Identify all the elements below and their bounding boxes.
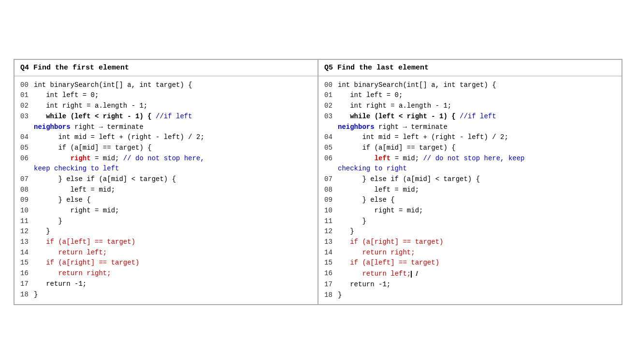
- code-token: [34, 238, 46, 246]
- code-token: if (a[right] == target): [350, 238, 443, 246]
- code-token: int binarySearch(int[] a, int target) {: [338, 81, 496, 89]
- code-token: right: [375, 123, 403, 131]
- code-token: int binarySearch(int[] a, int target) {: [34, 81, 192, 89]
- code-token: [338, 238, 350, 246]
- code-line: 09 } else {: [324, 195, 616, 206]
- line-number: 00: [324, 80, 338, 91]
- panel-q5: Q5 Find the last element00int binarySear…: [318, 59, 622, 305]
- code-token: [338, 249, 362, 256]
- line-number: 18: [324, 290, 338, 301]
- code-token: int mid = left + (right - left) / 2;: [34, 133, 204, 141]
- code-token: [34, 259, 46, 266]
- line-number: 12: [324, 226, 338, 237]
- line-number: 06: [324, 154, 338, 164]
- code-line: 18}: [20, 290, 312, 300]
- code-line: 16 return left;𝐼: [324, 268, 616, 280]
- code-line: 01 int left = 0;: [20, 90, 312, 101]
- main-container: Q4 Find the first element00int binarySea…: [14, 59, 622, 305]
- line-number: 05: [20, 143, 34, 154]
- code-token: right = mid;: [338, 207, 423, 214]
- code-token: } else if (a[mid] < target) {: [338, 175, 480, 183]
- code-line: 13 if (a[right] == target): [324, 237, 616, 248]
- code-line: 15 if (a[left] == target): [324, 258, 616, 268]
- line-content: int right = a.length - 1;: [34, 101, 147, 112]
- code-line: 08 left = mid;: [20, 185, 312, 196]
- code-token: = mid;: [91, 154, 123, 162]
- code-token: [338, 112, 350, 120]
- line-content: int mid = left + (right - left) / 2;: [34, 132, 204, 143]
- code-token: } else {: [338, 196, 395, 204]
- code-line: 12 }: [324, 226, 616, 237]
- code-token: [34, 154, 71, 162]
- panel-header-q5: Q5 Find the last element: [318, 60, 622, 76]
- line-number: 10: [20, 206, 34, 216]
- code-token: // do not stop here, keep: [423, 154, 524, 162]
- line-content: }: [338, 216, 366, 227]
- code-line: 02 int right = a.length - 1;: [20, 101, 312, 112]
- code-token: return right;: [362, 249, 415, 256]
- line-number: 00: [20, 80, 34, 91]
- code-token: }: [338, 227, 354, 235]
- line-content: return right;: [338, 248, 415, 258]
- code-line: keep checking to left: [20, 164, 312, 174]
- line-content: if (a[left] == target): [338, 258, 439, 268]
- text-cursor: [411, 271, 412, 278]
- line-content: }: [338, 226, 354, 237]
- code-token: [338, 259, 350, 266]
- code-line: 14 return right;: [324, 248, 616, 258]
- code-line: 07 } else if (a[mid] < target) {: [20, 174, 312, 185]
- line-number: 13: [20, 237, 34, 248]
- line-content: while (left < right - 1) { //if left: [338, 112, 496, 122]
- code-token: //if left: [156, 112, 192, 120]
- code-line: 02 int right = a.length - 1;: [324, 101, 616, 112]
- line-content: int mid = left + (right - left) / 2;: [338, 132, 508, 143]
- code-token: }: [34, 217, 62, 225]
- code-token: int left = 0;: [34, 91, 99, 99]
- code-token: left = mid;: [34, 186, 115, 194]
- line-content: int binarySearch(int[] a, int target) {: [338, 80, 496, 91]
- line-content: left = mid;: [338, 185, 419, 196]
- panel-body-q5: 00int binarySearch(int[] a, int target) …: [318, 76, 622, 304]
- line-number: 05: [324, 143, 338, 154]
- line-content: return left;𝐼: [338, 268, 418, 280]
- line-number: [324, 122, 338, 133]
- code-line: 04 int mid = left + (right - left) / 2;: [324, 132, 616, 143]
- code-token: }: [34, 227, 50, 235]
- line-content: } else if (a[mid] < target) {: [34, 174, 176, 185]
- code-line: 16 return right;: [20, 268, 312, 279]
- line-number: 16: [20, 268, 34, 279]
- line-number: 15: [324, 258, 338, 268]
- line-content: int left = 0;: [34, 90, 99, 101]
- line-content: if (a[right] == target): [34, 258, 139, 268]
- line-number: 08: [324, 185, 338, 196]
- line-number: 07: [20, 174, 34, 185]
- code-token: if (a[mid] == target) {: [338, 144, 456, 152]
- line-content: return -1;: [34, 279, 87, 290]
- code-token: // do not stop here,: [123, 154, 204, 162]
- code-token: right: [71, 154, 91, 162]
- code-line: 08 left = mid;: [324, 185, 616, 196]
- line-number: [20, 164, 34, 174]
- line-content: neighbors right → terminate: [34, 122, 144, 133]
- line-content: }: [34, 216, 62, 227]
- code-line: neighbors right → terminate: [20, 122, 312, 133]
- code-token: →: [99, 123, 102, 131]
- code-line: 17 return -1;: [324, 280, 616, 290]
- code-token: left: [375, 154, 391, 162]
- code-token: } else if (a[mid] < target) {: [34, 175, 176, 183]
- code-token: keep checking to left: [34, 165, 119, 172]
- line-content: if (a[mid] == target) {: [34, 143, 152, 154]
- line-number: 11: [324, 216, 338, 227]
- code-line: 11 }: [324, 216, 616, 227]
- code-token: neighbors: [34, 123, 71, 131]
- code-line: 03 while (left < right - 1) { //if left: [324, 112, 616, 122]
- code-token: return left;: [58, 249, 107, 256]
- code-line: 14 return left;: [20, 248, 312, 258]
- code-token: [34, 112, 46, 120]
- line-content: if (a[mid] == target) {: [338, 143, 456, 154]
- line-content: while (left < right - 1) { //if left: [34, 112, 192, 122]
- line-number: 04: [324, 132, 338, 143]
- line-content: }: [34, 226, 50, 237]
- code-token: int mid = left + (right - left) / 2;: [338, 133, 508, 141]
- line-number: 09: [324, 195, 338, 206]
